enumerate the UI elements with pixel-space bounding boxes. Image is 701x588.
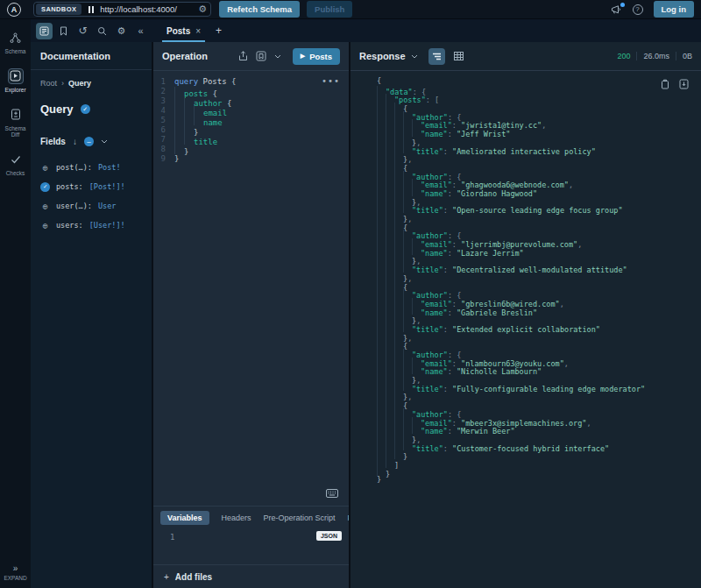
response-json-line: "posts": [ xyxy=(377,94,701,103)
response-json-line: "title": "Fully-configurable leading edg… xyxy=(377,383,701,392)
pause-polling-icon[interactable] xyxy=(89,6,94,13)
sandbox-badge: SANDBOX xyxy=(36,4,81,15)
response-json-line: "author": { xyxy=(377,111,701,120)
save-to-collection-icon[interactable] xyxy=(256,51,266,61)
top-bar: A SANDBOX http://localhost:4000/ ⚙ Refet… xyxy=(0,0,701,19)
field-item[interactable]: ⊕users:[User!]! xyxy=(40,216,142,235)
field-plus-circle-icon[interactable]: ⊕ xyxy=(40,163,50,173)
table-view-toggle-icon[interactable] xyxy=(450,48,467,65)
documentation-panel-icon[interactable] xyxy=(36,23,53,39)
run-operation-button[interactable]: ▶ Posts xyxy=(293,48,340,65)
announcements-megaphone-icon[interactable] xyxy=(611,4,622,15)
response-json-line: } xyxy=(377,468,701,477)
response-json-line: "author": { xyxy=(377,349,701,358)
apollo-logo[interactable]: A xyxy=(7,3,21,17)
sidebar-item-schema-diff[interactable]: Schema Diff xyxy=(0,107,31,139)
saved-operations-bookmark-icon[interactable] xyxy=(55,23,72,39)
explorer-play-icon xyxy=(8,68,24,84)
query-editor[interactable]: 1query Posts {2posts {3author {4email5na… xyxy=(153,71,349,506)
left-nav-sidebar: Schema Explorer Schema Diff Checks xyxy=(0,19,31,588)
sort-arrow-icon[interactable]: ↓ xyxy=(73,137,77,146)
operation-bottom-tab-pre-operation-script[interactable]: Pre-Operation Script xyxy=(264,511,336,525)
filter-minus-icon[interactable]: – xyxy=(84,137,94,146)
response-title: Response xyxy=(359,51,406,61)
field-name: post(…): xyxy=(56,163,92,172)
close-tab-icon[interactable]: × xyxy=(195,26,201,36)
sidebar-item-checks[interactable]: Checks xyxy=(6,152,25,177)
copy-response-icon[interactable] xyxy=(661,79,669,89)
type-title: Query xyxy=(40,103,74,116)
type-selected-check-icon: ✓ xyxy=(81,104,90,114)
response-duration: 26.0ms xyxy=(643,52,669,60)
response-json-line: "email": "jwrista1@tiny.cc", xyxy=(377,119,701,128)
help-icon[interactable]: ? xyxy=(633,4,643,15)
schema-graph-icon xyxy=(7,30,23,46)
publish-button[interactable]: Publish xyxy=(307,1,352,18)
new-tab-button[interactable]: + xyxy=(216,25,222,37)
connection-settings-gear-icon[interactable]: ⚙ xyxy=(198,4,207,14)
expand-chevrons-icon: » xyxy=(13,563,18,573)
field-checked-icon[interactable]: ✓ xyxy=(40,182,50,192)
operation-bottom-tab-headers[interactable]: Headers xyxy=(222,511,251,525)
query-line: 7title xyxy=(153,135,349,145)
breadcrumb-root[interactable]: Root xyxy=(40,79,57,88)
response-json-line: "data": { xyxy=(377,86,701,95)
response-size: 0B xyxy=(683,52,692,60)
field-name: user(…): xyxy=(56,202,92,210)
response-json-line: "title": "Open-source leading edge focus… xyxy=(377,204,701,213)
breadcrumb: Root › Query xyxy=(40,79,142,88)
share-operation-icon[interactable] xyxy=(238,51,248,61)
editor-kebab-menu-icon[interactable]: ••• xyxy=(322,76,340,86)
operation-bottom-tab-variables[interactable]: Variables xyxy=(160,511,209,525)
field-item[interactable]: ✓posts:[Post!]! xyxy=(40,177,142,196)
response-json-line: "email": "ghagwooda6@webnode.com", xyxy=(377,179,701,188)
variables-line-number: 1 xyxy=(170,533,174,542)
fields-label: Fields xyxy=(40,137,66,146)
apollo-sandbox-app: A SANDBOX http://localhost:4000/ ⚙ Refet… xyxy=(0,0,701,588)
field-item[interactable]: ⊕post(…):Post! xyxy=(40,158,142,177)
plus-icon: + xyxy=(164,572,169,582)
notification-dot xyxy=(620,3,625,7)
field-type-link[interactable]: Post! xyxy=(98,163,121,172)
settings-gear-icon[interactable]: ⚙ xyxy=(113,23,130,39)
field-type-link[interactable]: User xyxy=(98,202,116,210)
search-icon[interactable] xyxy=(94,23,110,39)
sidebar-item-schema[interactable]: Schema xyxy=(5,30,26,55)
download-response-icon[interactable] xyxy=(679,79,689,89)
response-json-line: { xyxy=(377,340,701,349)
save-options-chevron-icon[interactable] xyxy=(274,54,281,59)
breadcrumb-separator-icon: › xyxy=(61,79,64,88)
operation-tab-posts[interactable]: Posts × xyxy=(164,19,203,42)
sidebar-item-explorer[interactable]: Explorer xyxy=(4,68,25,94)
response-json-line: { xyxy=(377,400,701,408)
response-json-line: "title": "Decentralized well-modulated a… xyxy=(377,264,701,273)
response-json-line: "title": "Customer-focused hybrid interf… xyxy=(377,443,701,451)
response-json-viewer[interactable]: {"data": {"posts": [{"author": {"email":… xyxy=(350,71,701,588)
field-type-link[interactable]: [Post!]! xyxy=(89,182,125,191)
sidebar-expand-button[interactable]: » EXPAND xyxy=(4,563,26,588)
operation-bottom-tab-post-operation-script[interactable]: Post-Operation Script xyxy=(348,511,349,525)
history-icon[interactable]: ↺ xyxy=(74,23,91,39)
operation-settings-section: VariablesHeadersPre-Operation ScriptPost… xyxy=(153,506,349,588)
endpoint-url-input[interactable]: http://localhost:4000/ xyxy=(100,4,198,14)
refetch-schema-button[interactable]: Refetch Schema xyxy=(219,1,300,18)
response-chevron-down-icon[interactable] xyxy=(411,54,418,59)
json-mode-badge[interactable]: JSON xyxy=(316,531,342,541)
operation-panel: Operation ▶ Posts xyxy=(153,42,350,588)
response-json-line: { xyxy=(377,77,701,86)
response-json-line: "author": { xyxy=(377,230,701,238)
collapse-panel-icon[interactable]: « xyxy=(132,23,149,39)
status-code: 200 xyxy=(617,52,630,60)
keyboard-shortcuts-icon[interactable] xyxy=(326,489,338,498)
field-type-link[interactable]: [User!]! xyxy=(89,221,125,230)
tree-view-toggle-icon[interactable] xyxy=(428,48,445,65)
add-files-button[interactable]: + Add files xyxy=(153,564,349,588)
fields-chevron-down-icon[interactable] xyxy=(101,139,108,144)
field-plus-circle-icon[interactable]: ⊕ xyxy=(40,202,50,211)
variables-editor[interactable]: 1 JSON xyxy=(153,528,349,564)
response-json-line: "email": "ljerrimbj@purevolume.com", xyxy=(377,238,701,247)
field-item[interactable]: ⊕user(…):User xyxy=(40,196,142,216)
response-json-line: "email": "nlambourn63@youku.com", xyxy=(377,358,701,366)
login-button[interactable]: Log in xyxy=(654,1,695,18)
field-plus-circle-icon[interactable]: ⊕ xyxy=(40,221,50,230)
